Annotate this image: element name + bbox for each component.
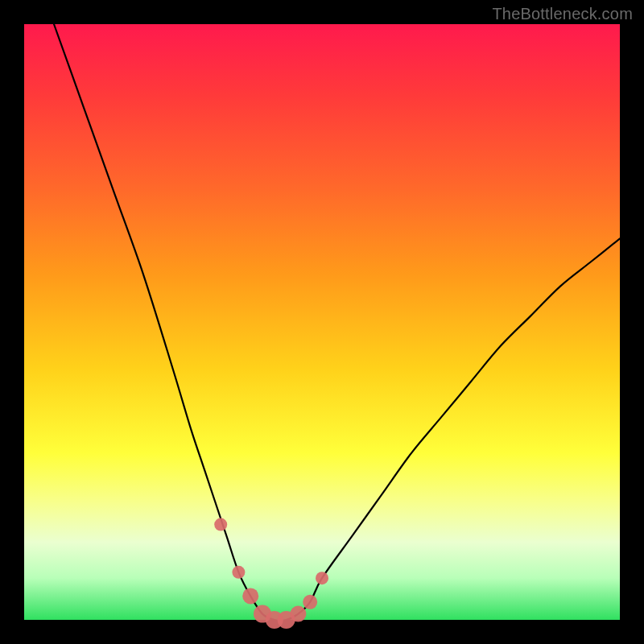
attribution-label: TheBottleneck.com bbox=[492, 5, 633, 23]
marker-point bbox=[232, 566, 245, 579]
bottleneck-curve bbox=[54, 24, 620, 621]
chart-svg bbox=[24, 24, 620, 620]
marker-group bbox=[214, 518, 328, 629]
marker-point bbox=[290, 606, 306, 622]
chart-frame: TheBottleneck.com bbox=[0, 0, 644, 644]
marker-point bbox=[303, 595, 317, 609]
marker-point bbox=[316, 572, 328, 584]
marker-point bbox=[214, 518, 227, 531]
marker-point bbox=[242, 588, 258, 604]
plot-area bbox=[24, 24, 620, 620]
